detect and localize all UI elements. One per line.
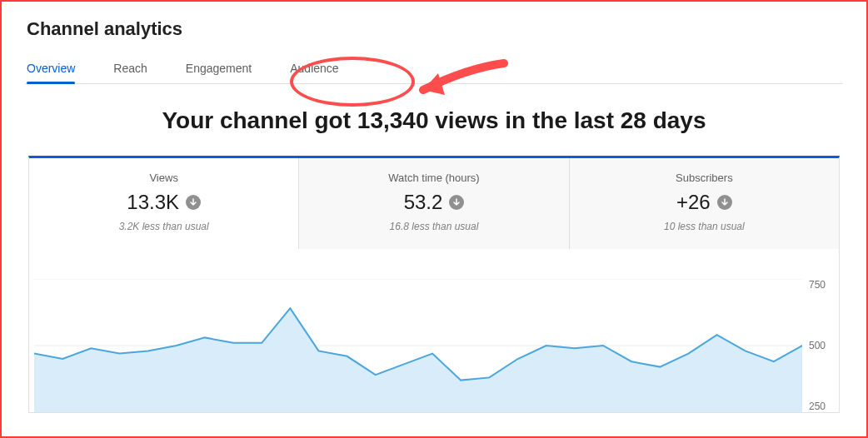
metric-label: Views	[36, 172, 292, 184]
metric-value-line: 53.2	[306, 191, 561, 214]
metric-label: Subscribers	[576, 172, 832, 184]
y-tick: 500	[809, 340, 834, 351]
trend-down-icon	[449, 195, 464, 210]
y-tick: 250	[809, 401, 834, 412]
metric-sub: 10 less than usual	[576, 221, 832, 232]
tabs-row: Overview Reach Engagement Audience	[25, 55, 843, 83]
metrics-card: Views 13.3K 3.2K less than usual Watch t…	[28, 156, 840, 413]
content-area: Channel analytics Overview Reach Engagem…	[2, 2, 866, 413]
tab-overview[interactable]: Overview	[27, 55, 75, 83]
views-chart: 750 500 250	[29, 279, 839, 412]
metric-sub: 16.8 less than usual	[306, 221, 561, 232]
tabs-divider	[25, 83, 843, 84]
metric-value-line: +26	[576, 191, 832, 214]
metric-views[interactable]: Views 13.3K 3.2K less than usual	[29, 158, 299, 249]
app-frame: Channel analytics Overview Reach Engagem…	[0, 0, 868, 438]
summary-headline: Your channel got 13,340 views in the las…	[25, 107, 843, 134]
metric-value: 13.3K	[127, 191, 179, 214]
y-tick: 750	[809, 279, 834, 291]
metric-value: 53.2	[404, 191, 443, 214]
metric-subscribers[interactable]: Subscribers +26 10 less than usual	[570, 158, 839, 249]
metric-sub: 3.2K less than usual	[36, 221, 292, 232]
tab-reach[interactable]: Reach	[113, 55, 147, 83]
trend-down-icon	[186, 195, 201, 210]
metric-value: +26	[676, 191, 711, 214]
metric-value-line: 13.3K	[36, 191, 292, 214]
metric-label: Watch time (hours)	[306, 172, 561, 184]
line-chart-svg	[34, 279, 802, 412]
page-title: Channel analytics	[27, 18, 843, 40]
y-axis-ticks: 750 500 250	[809, 279, 834, 412]
metrics-row: Views 13.3K 3.2K less than usual Watch t…	[29, 158, 839, 249]
trend-down-icon	[717, 195, 732, 210]
tab-engagement[interactable]: Engagement	[186, 55, 252, 83]
metric-watch-time[interactable]: Watch time (hours) 53.2 16.8 less than u…	[299, 158, 569, 249]
tab-audience[interactable]: Audience	[290, 55, 338, 83]
